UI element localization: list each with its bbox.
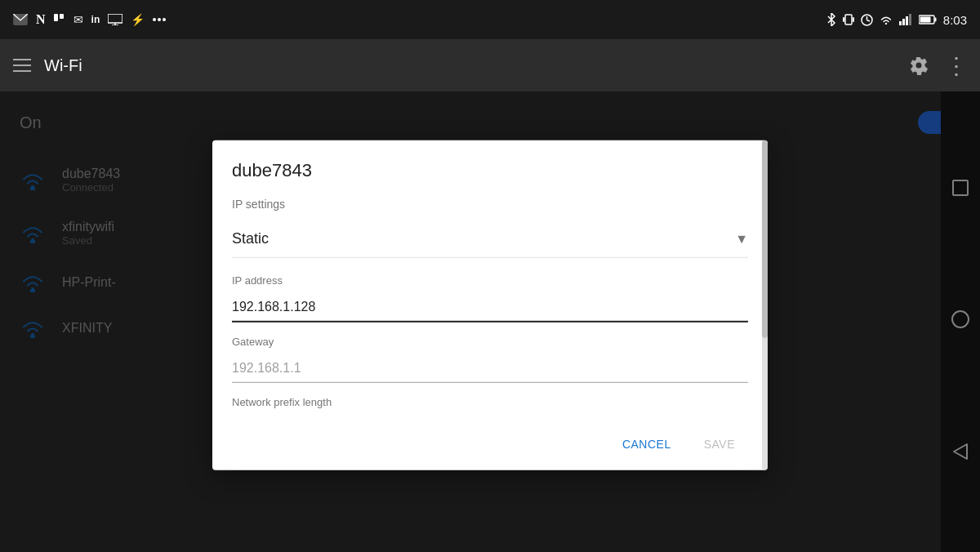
settings-icon[interactable] (909, 56, 929, 75)
status-bar-right: 8:03 (826, 13, 967, 27)
svg-rect-2 (60, 14, 64, 19)
bluetooth-icon (826, 13, 836, 26)
gateway-field-group: Gateway (232, 336, 748, 383)
trello-icon (54, 14, 65, 25)
gmail-icon (13, 14, 28, 25)
ip-address-label: IP address (232, 274, 748, 287)
dialog-body: IP settings Static ▼ IP address Gateway … (212, 188, 768, 415)
svg-rect-20 (934, 18, 936, 22)
svg-rect-10 (843, 17, 844, 22)
dialog-title: dube7843 (212, 140, 768, 188)
dots-icon (153, 16, 166, 24)
svg-point-7 (158, 18, 161, 21)
status-bar: N ✉ in ⚡ (0, 0, 980, 39)
page-title: Wi-Fi (44, 56, 896, 75)
ip-address-field-group: IP address (232, 274, 748, 323)
save-button: SAVE (691, 431, 748, 457)
linkedin-icon: in (91, 14, 100, 25)
app-bar-icons: ⋮ (909, 52, 967, 79)
gateway-label: Gateway (232, 336, 748, 348)
svg-rect-18 (909, 14, 911, 25)
gateway-input[interactable] (232, 354, 748, 383)
cancel-button[interactable]: CANCEL (609, 431, 684, 457)
svg-rect-11 (853, 17, 854, 22)
dialog-scrollbar[interactable] (762, 140, 768, 470)
chevron-down-icon: ▼ (735, 231, 748, 246)
wifi-signal-icon (880, 15, 893, 24)
ip-mode-dropdown[interactable]: Static ▼ (232, 220, 748, 258)
svg-point-6 (153, 18, 156, 21)
svg-rect-16 (902, 19, 905, 25)
email-icon: ✉ (74, 13, 83, 26)
svg-rect-17 (906, 16, 908, 25)
vibrate-icon (843, 13, 854, 26)
menu-button[interactable] (13, 59, 31, 72)
netflix-icon: N (36, 12, 46, 27)
app-bar: Wi-Fi ⋮ (0, 39, 980, 91)
ip-address-input[interactable] (232, 293, 748, 323)
svg-rect-3 (108, 14, 122, 23)
dialog-actions: CANCEL SAVE (212, 418, 768, 470)
status-bar-left: N ✉ in ⚡ (13, 12, 166, 27)
battery-icon (919, 15, 937, 24)
svg-rect-9 (845, 15, 852, 24)
svg-rect-15 (899, 21, 902, 25)
wifi-settings-dialog: dube7843 IP settings Static ▼ IP address… (212, 140, 768, 470)
main-content: On dube7843 Connected xfinitywifi Saved (0, 91, 980, 552)
time-display: 8:03 (943, 13, 967, 27)
svg-line-14 (866, 20, 870, 21)
network-prefix-label: Network prefix length (232, 396, 748, 415)
signal-bars-icon (899, 14, 912, 25)
svg-rect-1 (54, 14, 58, 21)
svg-rect-21 (920, 17, 930, 23)
ip-mode-value: Static (232, 230, 269, 247)
clock-icon (861, 14, 873, 26)
monitor-icon (108, 14, 122, 25)
more-options-icon[interactable]: ⋮ (945, 52, 967, 79)
svg-point-8 (163, 18, 166, 21)
ip-settings-label: IP settings (232, 198, 748, 211)
flash-icon: ⚡ (131, 13, 145, 26)
